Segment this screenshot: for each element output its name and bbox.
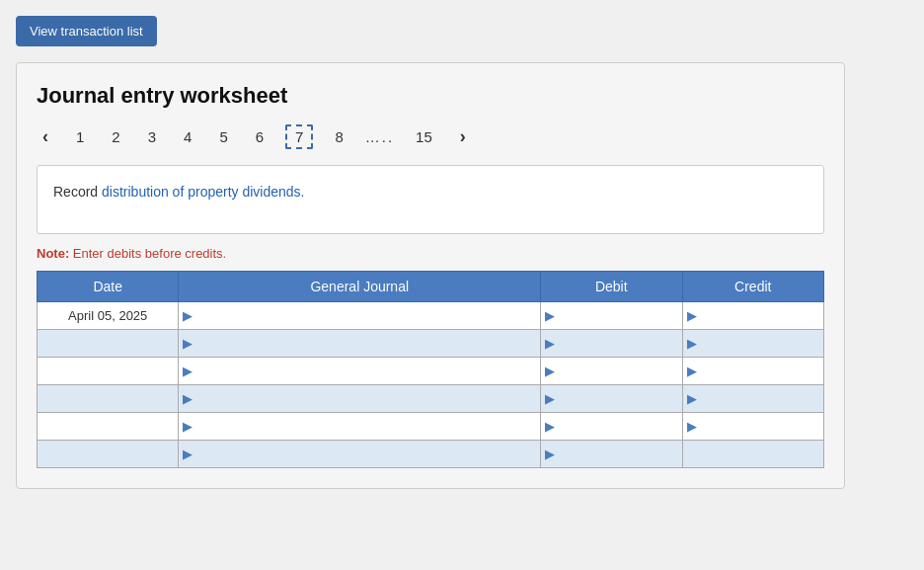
col-header-debit: Debit <box>541 272 682 302</box>
debit-cell-1[interactable]: ▶ <box>541 302 682 330</box>
journal-input-3[interactable] <box>196 358 540 384</box>
date-cell-4 <box>38 385 179 413</box>
pagination: ‹ 1 2 3 4 5 6 7 8 ….. 15 › <box>37 124 824 149</box>
note-text: Note: Enter debits before credits. <box>37 246 824 261</box>
journal-input-4[interactable] <box>196 385 540 412</box>
journal-input-5[interactable] <box>196 413 540 440</box>
debit-input-4[interactable] <box>559 385 681 412</box>
credit-cell-5[interactable]: ▶ <box>682 413 823 441</box>
date-cell-1: April 05, 2025 <box>38 302 179 330</box>
page-6[interactable]: 6 <box>250 126 270 147</box>
col-header-date: Date <box>38 272 179 302</box>
credit-cell-6[interactable] <box>682 441 823 468</box>
description-text: Record distribution of property dividend… <box>53 182 808 203</box>
table-row: ▶ ▶ ▶ <box>38 413 824 441</box>
journal-cell-4[interactable]: ▶ <box>179 385 541 413</box>
journal-cell-6[interactable]: ▶ <box>179 441 541 468</box>
debit-arrow-3: ▶ <box>541 364 559 378</box>
credit-cell-4[interactable]: ▶ <box>682 385 823 413</box>
table-row: ▶ ▶ ▶ <box>38 358 824 385</box>
credit-cell-3[interactable]: ▶ <box>682 358 823 385</box>
debit-cell-2[interactable]: ▶ <box>541 330 682 358</box>
debit-input-1[interactable] <box>559 302 681 329</box>
page-7[interactable]: 7 <box>285 124 313 149</box>
date-cell-5 <box>38 413 179 441</box>
col-header-credit: Credit <box>682 272 823 302</box>
credit-input-5[interactable] <box>701 413 823 440</box>
arrow-icon-3: ▶ <box>179 364 196 378</box>
arrow-icon-2: ▶ <box>179 336 196 351</box>
journal-input-2[interactable] <box>196 330 540 357</box>
credit-arrow-4: ▶ <box>683 391 701 406</box>
description-box: Record distribution of property dividend… <box>37 165 824 234</box>
description-highlight: distribution of property dividends. <box>102 184 304 200</box>
worksheet-container: Journal entry worksheet ‹ 1 2 3 4 5 6 7 … <box>16 62 845 489</box>
journal-cell-3[interactable]: ▶ <box>179 358 541 385</box>
note-label: Note: <box>37 246 69 261</box>
pagination-dots: ….. <box>365 128 394 145</box>
note-content: Enter debits before credits. <box>73 246 226 261</box>
credit-arrow-1: ▶ <box>683 308 701 323</box>
page-15[interactable]: 15 <box>410 126 438 147</box>
journal-input-6[interactable] <box>196 441 540 467</box>
date-cell-3 <box>38 358 179 385</box>
table-row: ▶ ▶ ▶ <box>38 330 824 358</box>
credit-arrow-3: ▶ <box>683 364 701 378</box>
credit-input-6[interactable] <box>683 441 823 467</box>
journal-cell-1[interactable]: ▶ <box>179 302 541 330</box>
page-8[interactable]: 8 <box>329 126 348 147</box>
date-cell-2 <box>38 330 179 358</box>
debit-input-5[interactable] <box>559 413 681 440</box>
debit-cell-3[interactable]: ▶ <box>541 358 682 385</box>
debit-cell-4[interactable]: ▶ <box>541 385 682 413</box>
date-cell-6 <box>38 441 179 468</box>
page-3[interactable]: 3 <box>142 126 162 147</box>
arrow-icon-4: ▶ <box>179 391 196 406</box>
debit-arrow-2: ▶ <box>541 336 559 351</box>
credit-arrow-2: ▶ <box>683 336 701 351</box>
journal-cell-2[interactable]: ▶ <box>179 330 541 358</box>
view-transaction-button[interactable]: View transaction list <box>16 16 157 46</box>
col-header-journal: General Journal <box>179 272 541 302</box>
journal-cell-5[interactable]: ▶ <box>179 413 541 441</box>
credit-cell-2[interactable]: ▶ <box>682 330 823 358</box>
table-row: April 05, 2025 ▶ ▶ ▶ <box>38 302 824 330</box>
table-row: ▶ ▶ ▶ <box>38 385 824 413</box>
credit-arrow-5: ▶ <box>683 419 701 434</box>
arrow-icon-1: ▶ <box>179 308 196 323</box>
credit-input-2[interactable] <box>701 330 823 357</box>
page-1[interactable]: 1 <box>70 126 90 147</box>
debit-cell-5[interactable]: ▶ <box>541 413 682 441</box>
debit-arrow-4: ▶ <box>541 391 559 406</box>
debit-arrow-5: ▶ <box>541 419 559 434</box>
journal-table: Date General Journal Debit Credit April … <box>37 271 824 468</box>
journal-input-1[interactable] <box>196 302 540 329</box>
debit-input-3[interactable] <box>559 358 681 384</box>
credit-input-1[interactable] <box>701 302 823 329</box>
debit-arrow-1: ▶ <box>541 308 559 323</box>
debit-input-2[interactable] <box>559 330 681 357</box>
pagination-prev-arrow[interactable]: ‹ <box>37 124 54 149</box>
credit-cell-1[interactable]: ▶ <box>682 302 823 330</box>
arrow-icon-6: ▶ <box>179 447 196 461</box>
worksheet-title: Journal entry worksheet <box>37 83 824 109</box>
debit-input-6[interactable] <box>559 441 681 467</box>
page-2[interactable]: 2 <box>106 126 125 147</box>
page-5[interactable]: 5 <box>213 126 233 147</box>
pagination-next-arrow[interactable]: › <box>454 124 472 149</box>
debit-cell-6[interactable]: ▶ <box>541 441 682 468</box>
arrow-icon-5: ▶ <box>179 419 196 434</box>
credit-input-3[interactable] <box>701 358 823 384</box>
table-row: ▶ ▶ <box>38 441 824 468</box>
credit-input-4[interactable] <box>701 385 823 412</box>
debit-arrow-6: ▶ <box>541 447 559 461</box>
page-4[interactable]: 4 <box>178 126 197 147</box>
